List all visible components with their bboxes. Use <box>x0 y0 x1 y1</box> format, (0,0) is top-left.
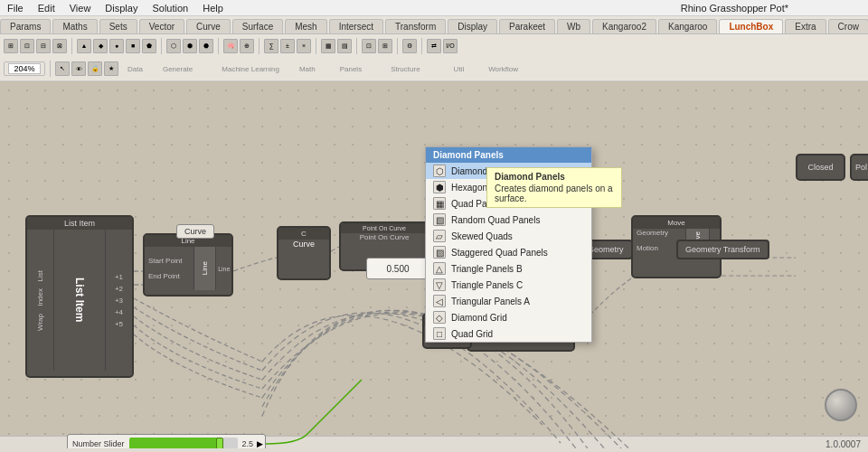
dropdown-item-label-7: Triangle Panels C <box>451 280 523 290</box>
toolbar-icon-u1[interactable]: ⚙ <box>402 39 417 53</box>
dropdown-item-9[interactable]: ◇ Diamond Grid <box>426 309 591 325</box>
toolbar-icon-4[interactable]: ⊠ <box>52 39 67 53</box>
tab-surface[interactable]: Surface <box>232 19 283 33</box>
star-icon[interactable]: ★ <box>104 61 118 76</box>
tab-lunchbox[interactable]: LunchBox <box>719 19 783 33</box>
dropdown-item-label-8: Triangular Panels A <box>451 297 530 306</box>
slider-track[interactable] <box>129 438 239 448</box>
canvas-area[interactable]: List Item List Index Wrap List Item +1 +… <box>0 81 868 448</box>
tab-parakeet[interactable]: Parakeet <box>499 19 555 33</box>
toolbar-icon-m3[interactable]: × <box>297 39 311 53</box>
dropdown-item-7[interactable]: ▽ Triangle Panels C <box>426 277 591 293</box>
menu-edit[interactable]: Edit <box>31 3 62 14</box>
dropdown-item-label-6: Triangle Panels B <box>451 264 523 274</box>
toolbar-icon-3[interactable]: ⊟ <box>36 39 51 53</box>
tab-extra[interactable]: Extra <box>785 19 826 33</box>
port-list: List <box>36 270 44 281</box>
tab-kangaroo2[interactable]: Kangaroo2 <box>592 19 656 33</box>
toolbar-icon-w2[interactable]: I/O <box>443 39 458 53</box>
menu-file[interactable]: File <box>0 3 31 14</box>
cursor-icon[interactable]: ↖ <box>55 61 70 76</box>
tabbar: Params Maths Sets Vector Curve Surface M… <box>0 16 868 34</box>
tab-maths[interactable]: Maths <box>52 19 97 33</box>
value-box[interactable]: 0.500 <box>366 258 429 279</box>
tab-crow[interactable]: Crow <box>828 19 868 33</box>
tab-kangaroo[interactable]: Kangaroo <box>658 19 717 33</box>
toolbar-row-1: ⊞ ⊡ ⊟ ⊠ ▲ ◆ ● ■ ⬟ ⬡ ⬢ ⬣ 🧠 ⊕ ∑ ± × ▦ ▤ ⊡ <box>0 34 868 58</box>
toolbar-icon-ml2[interactable]: ⊕ <box>240 39 254 53</box>
menu-solution[interactable]: Solution <box>145 3 195 14</box>
line-inputs: Start Point End Point <box>145 247 193 290</box>
toolbar-icon-9[interactable]: ⬟ <box>142 39 156 53</box>
toolbar-icon-6[interactable]: ◆ <box>93 39 108 53</box>
menu-help[interactable]: Help <box>195 3 231 14</box>
compass-widget[interactable] <box>825 389 857 421</box>
lock-icon[interactable]: 🔒 <box>88 61 102 76</box>
pol-label: Pol <box>855 163 867 172</box>
section-data: Data <box>127 65 143 73</box>
toolbar-icon-m2[interactable]: ± <box>280 39 295 53</box>
toolbar-icon-p1[interactable]: ▦ <box>321 39 335 53</box>
toolbar-icon-2[interactable]: ⊡ <box>20 39 34 53</box>
toolbar-icon-ml1[interactable]: 🧠 <box>223 39 238 53</box>
toolbar-icon-p2[interactable]: ▤ <box>337 39 352 53</box>
diamond-grid-icon: ◇ <box>433 311 446 324</box>
tab-intersect[interactable]: Intersect <box>329 19 383 33</box>
toolbar-row-2: ↖ 👁 🔒 ★ Data Generate Machine Learning M… <box>0 58 868 81</box>
dropdown-item-3[interactable]: ▧ Random Quad Panels <box>426 212 591 228</box>
dropdown-item-8[interactable]: ◁ Triangular Panels A <box>426 293 591 309</box>
slider-arrow[interactable]: ▶ <box>257 439 265 448</box>
closed-node[interactable]: Closed <box>796 154 845 181</box>
menu-display[interactable]: Display <box>98 3 145 14</box>
tab-vector[interactable]: Vector <box>139 19 184 33</box>
toolbar-icon-s1[interactable]: ⊡ <box>362 39 376 53</box>
dropdown-item-5[interactable]: ▨ Staggered Quad Panels <box>426 244 591 260</box>
toolbar-icon-10[interactable]: ⬡ <box>166 39 181 53</box>
toolbar-icon-w1[interactable]: ⇄ <box>427 39 441 53</box>
tab-display[interactable]: Display <box>448 19 497 33</box>
toolbar-icon-1[interactable]: ⊞ <box>4 39 18 53</box>
list-item-body: List Index Wrap List Item +1 +2 +3 +4 +5 <box>27 230 132 371</box>
list-item-outputs: +1 +2 +3 +4 +5 <box>105 230 132 371</box>
curve-label-top: Curve <box>176 224 214 239</box>
slider-thumb[interactable] <box>216 438 223 448</box>
tab-curve[interactable]: Curve <box>186 19 231 33</box>
curve-node-body: Curve <box>278 240 329 249</box>
zoom-input[interactable] <box>8 63 41 74</box>
menu-view[interactable]: View <box>62 3 99 14</box>
tab-params[interactable]: Params <box>0 19 51 33</box>
section-structure: Structure <box>391 65 420 73</box>
quad-grid-icon: □ <box>433 327 446 340</box>
toolbar-icon-s2[interactable]: ⊞ <box>378 39 392 53</box>
toolbar-icon-11[interactable]: ⬢ <box>183 39 197 53</box>
toolbar-icon-5[interactable]: ▲ <box>77 39 91 53</box>
tab-sets[interactable]: Sets <box>99 19 137 33</box>
list-item-main-label: List Item <box>54 230 105 371</box>
toolbar-icon-8[interactable]: ■ <box>126 39 140 53</box>
pol-node[interactable]: Pol <box>850 154 868 181</box>
value-display: 0.500 <box>386 264 409 274</box>
tab-mesh[interactable]: Mesh <box>285 19 326 33</box>
curve-node-header: C <box>278 228 329 240</box>
geo-out-label: Geometry Transform <box>676 240 769 259</box>
port-plus4: +4 <box>115 308 123 316</box>
line-body: Start Point End Point Line Line <box>145 247 231 290</box>
tab-wb[interactable]: Wb <box>557 19 590 33</box>
port-plus1: +1 <box>115 273 123 281</box>
number-slider[interactable]: Number Slider 2.5 ▶ <box>67 434 266 448</box>
toolbar-icon-7[interactable]: ● <box>109 39 124 53</box>
staggered-icon: ▨ <box>433 246 446 259</box>
dropdown-item-4[interactable]: ▱ Skewed Quads <box>426 228 591 244</box>
dropdown-item-10[interactable]: □ Quad Grid <box>426 325 591 342</box>
dropdown-header: Diamond Panels <box>426 147 591 163</box>
list-item-node[interactable]: List Item List Index Wrap List Item +1 +… <box>25 215 134 378</box>
dropdown-item-label-10: Quad Grid <box>451 329 493 339</box>
tab-transform[interactable]: Transform <box>385 19 446 33</box>
toolbar-icon-12[interactable]: ⬣ <box>199 39 213 53</box>
section-util: Util <box>454 65 465 73</box>
toolbar-icon-m1[interactable]: ∑ <box>264 39 278 53</box>
line-node[interactable]: Line Start Point End Point Line Line <box>143 233 233 297</box>
curve-node[interactable]: C Curve <box>277 226 331 280</box>
dropdown-item-6[interactable]: △ Triangle Panels B <box>426 260 591 277</box>
eye-icon[interactable]: 👁 <box>71 61 86 76</box>
